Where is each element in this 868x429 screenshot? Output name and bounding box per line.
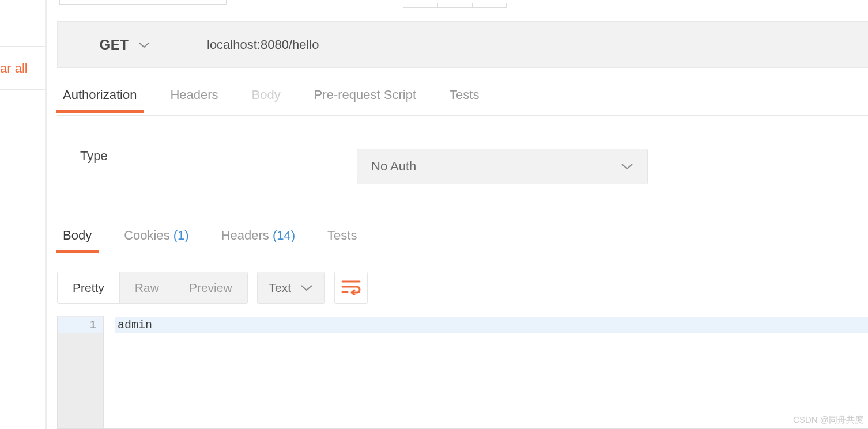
view-raw-button[interactable]: Raw [120,272,174,303]
tab-body[interactable]: Body [252,88,281,111]
http-method-label: GET [100,37,129,53]
response-tab-tests[interactable]: Tests [327,228,357,251]
format-dropdown[interactable]: Text [257,272,326,304]
auth-type-dropdown[interactable]: No Auth [357,149,648,184]
wrap-lines-button[interactable] [334,272,368,304]
tab-authorization[interactable]: Authorization [63,88,137,111]
watermark: CSDN @同舟共度 [793,415,863,426]
line-number: 1 [58,317,103,333]
view-pretty-button[interactable]: Pretty [58,272,120,303]
divider [0,46,45,47]
divider [0,89,45,90]
response-tab-body[interactable]: Body [63,228,92,251]
tab-prerequest-script[interactable]: Pre-request Script [314,88,416,111]
chevron-down-icon [138,41,150,49]
response-body-viewer: 1 admin [57,316,868,429]
clear-all-link[interactable]: ar all [0,61,28,76]
sidebar-fragment: ar all [0,0,45,429]
code-line: admin [115,317,868,333]
tab-fragment [59,0,227,5]
tab-headers[interactable]: Headers [170,88,218,111]
authorization-section: Type No Auth [57,138,868,210]
format-value: Text [269,281,292,295]
response-tab-headers[interactable]: Headers (14) [221,228,295,251]
tab-tests[interactable]: Tests [450,88,479,111]
request-url-input[interactable] [193,22,868,67]
request-tabs: Authorization Headers Body Pre-request S… [57,83,868,116]
http-method-selector[interactable]: GET [58,22,193,67]
response-code-area[interactable]: admin [115,316,868,428]
auth-type-label: Type [80,149,357,164]
view-mode-group: Pretty Raw Preview [57,272,248,304]
headers-count: (14) [273,228,295,242]
request-bar: GET [57,21,868,68]
wrap-icon [341,278,361,298]
response-tabs: Body Cookies (1) Headers (14) Tests [57,223,868,256]
auth-type-value: No Auth [371,159,416,174]
gutter-spacer [104,316,115,428]
line-number-gutter: 1 [58,316,104,428]
response-tab-headers-label: Headers [221,228,269,242]
response-tab-cookies[interactable]: Cookies (1) [124,228,189,251]
response-tab-cookies-label: Cookies [124,228,169,242]
tab-fragment [403,0,515,5]
cookies-count: (1) [173,228,189,242]
chevron-down-icon [300,284,313,292]
chevron-down-icon [621,162,633,170]
response-body-toolbar: Pretty Raw Preview Text [57,271,868,305]
view-preview-button[interactable]: Preview [174,272,247,303]
main-panel: GET Authorization Headers Body Pre-reque… [47,0,868,429]
